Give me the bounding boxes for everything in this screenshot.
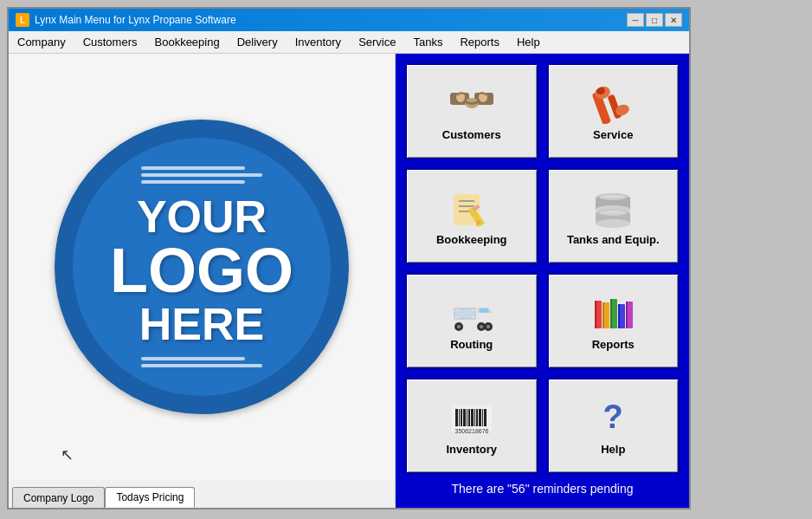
svg-rect-49 [459, 409, 460, 426]
svg-rect-28 [480, 308, 488, 313]
service-label: Service [593, 128, 633, 141]
svg-rect-58 [482, 409, 483, 426]
customers-icon [448, 83, 495, 125]
menu-inventory[interactable]: Inventory [287, 31, 350, 53]
logo-circle-outer: YOUR LOGO HERE [55, 120, 349, 414]
title-bar: L Lynx Main Menu for Lynx Propane Softwa… [9, 9, 689, 31]
svg-point-23 [600, 195, 626, 200]
svg-text:?: ? [603, 399, 623, 435]
svg-rect-56 [476, 409, 478, 426]
svg-point-32 [480, 325, 483, 328]
tab-todays-pricing[interactable]: Todays Pricing [105, 487, 195, 508]
svg-rect-52 [467, 409, 467, 426]
logo-lines-top [141, 166, 262, 184]
svg-text:3506218676: 3506218676 [454, 428, 488, 434]
menu-help[interactable]: Help [508, 31, 549, 53]
tanks-icon [590, 188, 636, 230]
inventory-icon: 3506218676 [448, 398, 495, 439]
help-icon: ? [590, 398, 636, 439]
bookkeeping-label: Bookkeeping [436, 233, 507, 246]
menu-grid: Customers Service [404, 62, 680, 475]
tile-reports[interactable]: Reports [546, 272, 681, 370]
logo-text-here: HERE [110, 302, 293, 347]
menu-delivery[interactable]: Delivery [229, 31, 287, 53]
inventory-label: Inventory [446, 443, 497, 456]
svg-rect-57 [479, 409, 481, 426]
service-icon [590, 83, 636, 125]
tile-inventory[interactable]: 3506218676 Inventory [404, 377, 539, 475]
logo-area: YOUR LOGO HERE [9, 54, 395, 480]
cursor-icon: ↖ [61, 446, 74, 464]
svg-point-35 [454, 308, 475, 319]
logo-line-2 [141, 173, 262, 177]
tanks-label: Tanks and Equip. [567, 233, 660, 246]
main-window: L Lynx Main Menu for Lynx Propane Softwa… [7, 7, 691, 509]
routing-icon [448, 293, 495, 334]
logo-text-logo: LOGO [110, 239, 293, 302]
help-label: Help [601, 443, 625, 456]
svg-rect-50 [461, 409, 462, 426]
tile-bookkeeping[interactable]: Bookkeeping [404, 167, 539, 265]
tile-service[interactable]: Service [546, 62, 681, 160]
tile-help[interactable]: ? Help [546, 377, 681, 475]
svg-rect-59 [484, 409, 487, 426]
bookkeeping-icon [448, 188, 495, 230]
tile-routing[interactable]: Routing [404, 272, 539, 370]
logo-line-b2 [141, 364, 262, 367]
close-button[interactable]: ✕ [665, 13, 682, 27]
svg-point-24 [600, 211, 626, 216]
title-buttons: ─ □ ✕ [627, 13, 682, 27]
reports-label: Reports [592, 338, 635, 351]
menu-reports[interactable]: Reports [451, 31, 508, 53]
logo-line-3 [141, 180, 245, 184]
menu-service[interactable]: Service [350, 31, 404, 53]
svg-rect-48 [455, 409, 458, 426]
menu-bar: Company Customers Bookkeeping Delivery I… [9, 31, 689, 54]
tile-tanks[interactable]: Tanks and Equip. [546, 167, 681, 265]
title-bar-left: L Lynx Main Menu for Lynx Propane Softwa… [16, 13, 236, 27]
cursor-area: ↖ [61, 445, 74, 464]
customers-label: Customers [442, 128, 501, 141]
svg-rect-53 [468, 409, 470, 426]
app-icon: L [16, 13, 29, 27]
main-content: YOUR LOGO HERE ↖ Company Logo [9, 54, 689, 508]
minimize-button[interactable]: ─ [627, 13, 644, 27]
menu-company[interactable]: Company [9, 31, 74, 53]
svg-point-30 [457, 325, 461, 328]
svg-point-34 [487, 325, 490, 328]
window-title: Lynx Main Menu for Lynx Propane Software [35, 14, 236, 26]
bottom-tabs: Company Logo Todays Pricing [9, 480, 395, 508]
menu-tanks[interactable]: Tanks [404, 31, 451, 53]
svg-rect-54 [471, 409, 474, 426]
reminder-text: There are "56" reminders pending [404, 475, 680, 499]
logo-text-your: YOUR [110, 194, 293, 239]
reports-icon [590, 293, 636, 334]
maximize-button[interactable]: □ [646, 13, 663, 27]
svg-rect-55 [474, 409, 475, 426]
svg-point-22 [596, 219, 630, 228]
menu-bookkeeping[interactable]: Bookkeeping [146, 31, 229, 53]
left-panel: YOUR LOGO HERE ↖ Company Logo [9, 54, 396, 508]
logo-line-b1 [141, 357, 245, 360]
logo-line-1 [141, 166, 245, 170]
right-panel: Customers Service [396, 54, 689, 508]
menu-customers[interactable]: Customers [74, 31, 146, 53]
logo-text: YOUR LOGO HERE [110, 194, 293, 347]
logo-circle-inner: YOUR LOGO HERE [68, 133, 336, 401]
tile-customers[interactable]: Customers [404, 62, 539, 160]
svg-rect-51 [463, 409, 466, 426]
tab-company-logo[interactable]: Company Logo [12, 487, 105, 508]
routing-label: Routing [450, 338, 493, 351]
logo-lines-bottom [141, 357, 262, 367]
